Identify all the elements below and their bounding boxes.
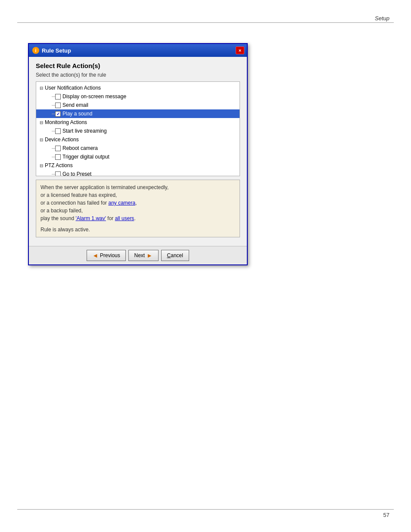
- desc-link-any-camera[interactable]: any camera: [108, 200, 135, 206]
- desc-line4: or a backup failed,: [40, 208, 83, 214]
- expand-icon: ⊟: [38, 119, 45, 126]
- checkbox-trigger-digital[interactable]: [55, 154, 61, 160]
- line: [52, 114, 55, 114]
- dialog-app-icon: i: [32, 47, 39, 54]
- item-label: Play a sound: [62, 111, 92, 117]
- line: [52, 148, 55, 149]
- desc-line5-mid: for: [106, 215, 115, 221]
- item-label: Reboot camera: [62, 145, 98, 151]
- tree-item-go-to-preset[interactable]: Go to Preset: [36, 170, 240, 176]
- previous-icon: ◄: [92, 252, 98, 259]
- group-label: User Notification Actions: [45, 85, 101, 91]
- checkbox-play-sound[interactable]: [55, 111, 61, 117]
- expand-icon: ⊟: [38, 136, 45, 143]
- header-rule: [17, 22, 394, 23]
- line: [52, 96, 55, 97]
- close-button[interactable]: ×: [236, 47, 244, 54]
- tree-group-user-notif[interactable]: ⊟ User Notification Actions: [36, 84, 240, 92]
- section-desc: Select the action(s) for the rule: [36, 72, 240, 78]
- actions-tree[interactable]: ⊟ User Notification Actions Display on-s…: [36, 81, 240, 176]
- dialog-title-left: i Rule Setup: [32, 47, 71, 54]
- line: [52, 105, 55, 106]
- next-icon: ►: [146, 252, 153, 259]
- desc-line1: When the server application is terminate…: [40, 184, 168, 190]
- desc-line3: or a connection has failed for: [40, 200, 107, 206]
- cancel-label: Cancel: [167, 252, 183, 258]
- previous-label: Previous: [100, 252, 120, 258]
- desc-link-alarm[interactable]: 'Alarm 1.wav': [75, 215, 106, 221]
- checkbox-display-msg[interactable]: [55, 94, 61, 100]
- dialog-footer: ◄ Previous Next ► Cancel: [29, 246, 247, 264]
- item-label: Start live streaming: [62, 128, 107, 134]
- dialog-titlebar: i Rule Setup ×: [29, 44, 247, 57]
- tree-group-ptz[interactable]: ⊟ PTZ Actions: [36, 161, 240, 170]
- desc-rule-status: Rule is always active.: [40, 226, 235, 233]
- desc-line5-pre: play the sound: [40, 215, 75, 221]
- expand-icon: ⊟: [38, 162, 45, 169]
- tree-item-send-email[interactable]: Send email: [36, 101, 240, 109]
- item-label: Trigger digital output: [62, 154, 109, 160]
- line: [52, 131, 55, 131]
- dialog-body: Select Rule Action(s) Select the action(…: [29, 57, 247, 243]
- group-label: PTZ Actions: [45, 162, 73, 168]
- item-label: Display on-screen message: [62, 93, 126, 100]
- page-number: 57: [383, 512, 389, 518]
- desc-line2: or a licensed feature has expired,: [40, 192, 117, 198]
- line: [52, 174, 55, 174]
- next-label: Next: [134, 252, 145, 258]
- item-label: Send email: [62, 102, 88, 108]
- desc-comma: ,: [135, 200, 137, 206]
- tree-item-display-msg[interactable]: Display on-screen message: [36, 92, 240, 101]
- section-title: Select Rule Action(s): [36, 62, 240, 69]
- item-label: Go to Preset: [62, 171, 91, 176]
- line: [52, 157, 55, 157]
- cancel-button[interactable]: Cancel: [161, 250, 189, 261]
- checkbox-go-to-preset[interactable]: [55, 171, 61, 177]
- checkbox-reboot-camera[interactable]: [55, 146, 61, 151]
- desc-line5-post: .: [134, 215, 135, 221]
- group-label: Monitoring Actions: [45, 119, 87, 125]
- tree-group-monitoring[interactable]: ⊟ Monitoring Actions: [36, 118, 240, 127]
- checkbox-start-streaming[interactable]: [55, 128, 61, 134]
- checkbox-send-email[interactable]: [55, 103, 61, 108]
- description-box: When the server application is terminate…: [36, 180, 240, 237]
- expand-icon: ⊟: [38, 84, 45, 91]
- footer-rule: [17, 509, 394, 510]
- tree-group-device[interactable]: ⊟ Device Actions: [36, 135, 240, 144]
- previous-button[interactable]: ◄ Previous: [87, 250, 126, 261]
- tree-item-reboot-camera[interactable]: Reboot camera: [36, 144, 240, 152]
- page-header-text: Setup: [375, 15, 389, 22]
- next-button[interactable]: Next ►: [128, 250, 159, 261]
- tree-item-trigger-digital[interactable]: Trigger digital output: [36, 152, 240, 161]
- dialog-title: Rule Setup: [42, 47, 71, 54]
- tree-item-start-streaming[interactable]: Start live streaming: [36, 127, 240, 135]
- rule-setup-dialog: i Rule Setup × Select Rule Action(s) Sel…: [28, 43, 248, 265]
- desc-link-all-users[interactable]: all users: [115, 215, 134, 221]
- tree-item-play-sound[interactable]: Play a sound: [36, 109, 240, 118]
- group-label: Device Actions: [45, 137, 79, 143]
